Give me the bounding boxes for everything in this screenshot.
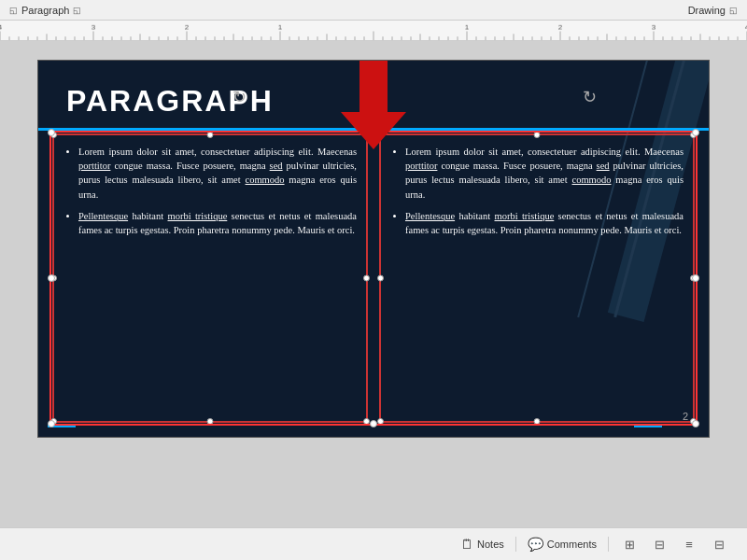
box-right-handle-bm[interactable] xyxy=(534,418,541,425)
comments-button[interactable]: 💬 Comments xyxy=(528,537,597,552)
notes-button[interactable]: 🗒 Notes xyxy=(460,537,504,552)
arrow-head xyxy=(341,112,406,149)
box-right-handle-mr[interactable] xyxy=(690,275,697,282)
left-item-1: Lorem ipsum dolor sit amet, consectetuer… xyxy=(78,145,357,202)
paragraph-end-icon: ◱ xyxy=(73,6,81,15)
left-text-list: Lorem ipsum dolor sit amet, consectetuer… xyxy=(63,145,357,237)
arrow-shaft xyxy=(359,60,388,112)
red-arrow xyxy=(341,60,406,149)
box-left-handle-bl[interactable] xyxy=(50,418,57,425)
status-divider-2 xyxy=(608,537,609,552)
box-left-handle-tl[interactable] xyxy=(50,132,57,138)
paragraph-icon: ◱ xyxy=(9,6,18,15)
view-grid-btn[interactable]: ⊟ xyxy=(650,535,669,553)
text-box-left[interactable]: Lorem ipsum dolor sit amet, consectetuer… xyxy=(52,133,368,423)
rotate-icon-right[interactable]: ↻ xyxy=(583,87,597,107)
right-item-1: Lorem ipsum dolor sit amet, consectetuer… xyxy=(405,145,684,202)
status-bar: 🗒 Notes 💬 Comments ⊞ ⊟ ≡ ⊟ xyxy=(0,527,747,560)
box-left-handle-tm[interactable] xyxy=(207,132,214,138)
notes-label: Notes xyxy=(477,539,504,550)
rotate-icon-left[interactable]: ↻ xyxy=(233,87,247,107)
box-left-handle-ml[interactable] xyxy=(50,275,57,282)
box-right-handle-bl[interactable] xyxy=(377,418,384,425)
text-box-right[interactable]: Lorem ipsum dolor sit amet, consectetuer… xyxy=(379,133,695,423)
content-area: Lorem ipsum dolor sit amet, consectetuer… xyxy=(52,133,695,423)
box-left-handle-br[interactable] xyxy=(363,418,370,425)
main-content: PARAGRAPH ↻ ↻ xyxy=(0,41,747,527)
box-left-handle-bm[interactable] xyxy=(207,418,214,425)
drawing-label: Drawing xyxy=(688,5,726,16)
toolbar-right: Drawing ◱ xyxy=(688,5,738,16)
right-text-list: Lorem ipsum dolor sit amet, consectetuer… xyxy=(390,145,684,237)
blue-bottom-left xyxy=(48,425,76,427)
box-right-handle-br[interactable] xyxy=(690,418,697,425)
right-item-2: Pellentesque habitant morbi tristique se… xyxy=(405,209,684,237)
ruler-canvas xyxy=(0,21,747,40)
status-divider-1 xyxy=(515,537,516,552)
toolbar-left: ◱ Paragraph ◱ xyxy=(9,5,81,16)
left-item-2: Pellentesque habitant morbi tristique se… xyxy=(78,209,357,237)
view-settings-btn[interactable]: ⊟ xyxy=(710,535,728,553)
box-right-handle-ml[interactable] xyxy=(377,275,384,282)
drawing-end-icon: ◱ xyxy=(729,6,738,15)
view-normal-btn[interactable]: ⊞ xyxy=(620,535,639,553)
notes-icon: 🗒 xyxy=(460,537,473,552)
view-list-btn[interactable]: ≡ xyxy=(680,535,698,553)
box-right-handle-tr[interactable] xyxy=(690,132,697,138)
paragraph-label: Paragraph xyxy=(21,5,69,16)
box-left-handle-mr[interactable] xyxy=(363,275,370,282)
page-number: 2 xyxy=(683,411,688,422)
toolbar: ◱ Paragraph ◱ Drawing ◱ xyxy=(0,0,747,21)
box-right-handle-tm[interactable] xyxy=(534,132,541,138)
comments-label: Comments xyxy=(547,539,597,550)
blue-bottom-right xyxy=(634,425,662,427)
ruler xyxy=(0,21,747,41)
comments-icon: 💬 xyxy=(528,537,543,552)
slide[interactable]: PARAGRAPH ↻ ↻ xyxy=(37,60,710,438)
status-bar-right: 🗒 Notes 💬 Comments ⊞ ⊟ ≡ ⊟ xyxy=(460,535,728,553)
